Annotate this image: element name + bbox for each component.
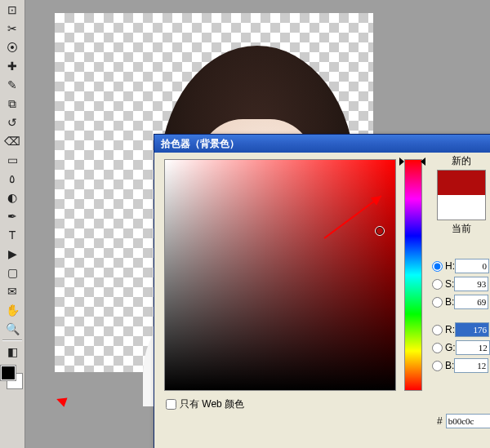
hue-label: H: [445,260,455,272]
blue-label: B: [445,360,454,371]
color-swatches[interactable] [1,366,24,393]
brightness-radio[interactable] [432,297,443,308]
current-color-swatch[interactable] [437,195,486,220]
pen-tool[interactable]: ✒ [2,207,22,225]
blur-tool[interactable]: ٥ [2,170,22,188]
blue-field[interactable] [454,358,488,373]
green-radio[interactable] [432,343,443,353]
notes-tool[interactable]: ✉ [2,282,22,300]
clone-stamp-tool[interactable]: ⧉ [2,95,22,113]
history-brush-tool[interactable]: ↺ [2,113,22,131]
gradient-tool[interactable]: ▭ [2,151,22,169]
shape-tool[interactable]: ▢ [2,264,22,282]
web-only-label: 只有 Web 颜色 [180,397,244,411]
healing-brush-tool[interactable]: ✚ [2,57,22,75]
color-picker-dialog: 拾色器（背景色） 新的 当前 H: S: B: R: G: B: 只有 W [154,134,490,448]
annotation-arrow-icon [324,193,385,238]
type-tool[interactable]: T [2,226,22,244]
annotation-arrow-icon [50,393,67,406]
brightness-label: B: [445,296,454,308]
eyedropper-tool[interactable]: ⦿ [2,38,22,56]
svg-line-0 [324,196,381,238]
dialog-title[interactable]: 拾色器（背景色） [154,135,490,153]
brightness-field[interactable] [454,295,488,309]
web-only-checkbox[interactable] [166,399,176,410]
tool-divider [2,339,22,341]
slice-tool[interactable]: ✂ [2,20,22,38]
red-label: R: [445,324,455,335]
default-colors-icon[interactable]: ◧ [2,343,22,361]
web-only-checkbox-row[interactable]: 只有 Web 颜色 [166,397,244,411]
hue-field[interactable] [455,259,489,273]
red-radio[interactable] [432,325,443,335]
new-color-label: 新的 [432,154,490,168]
hue-slider[interactable] [404,159,422,391]
saturation-label: S: [445,278,454,290]
brush-tool[interactable]: ✎ [2,76,22,94]
new-color-swatch [437,170,486,195]
saturation-radio[interactable] [432,279,443,290]
blue-radio[interactable] [432,361,443,371]
saturation-value-field[interactable] [164,159,396,391]
hex-prefix: # [437,415,443,427]
dodge-tool[interactable]: ◐ [2,189,22,206]
green-field[interactable] [456,340,490,355]
saturation-field[interactable] [454,277,488,291]
current-color-label: 当前 [432,222,490,236]
tool-palette: ⊡✂⦿✚✎⧉↺⌫▭٥◐✒T▶▢✉✋🔍 ◧ [0,0,25,448]
zoom-tool[interactable]: 🔍 [2,320,22,338]
eraser-tool[interactable]: ⌫ [2,132,22,150]
path-selection-tool[interactable]: ▶ [2,245,22,263]
hue-indicator-icon[interactable] [399,157,425,164]
hand-tool[interactable]: ✋ [2,301,22,319]
hue-radio[interactable] [432,261,443,272]
red-field[interactable] [455,322,489,337]
crop-ton[interactable]: ⊡ [2,1,22,19]
hex-field[interactable] [446,414,490,428]
foreground-color-swatch[interactable] [1,366,16,380]
green-label: G: [445,342,456,353]
